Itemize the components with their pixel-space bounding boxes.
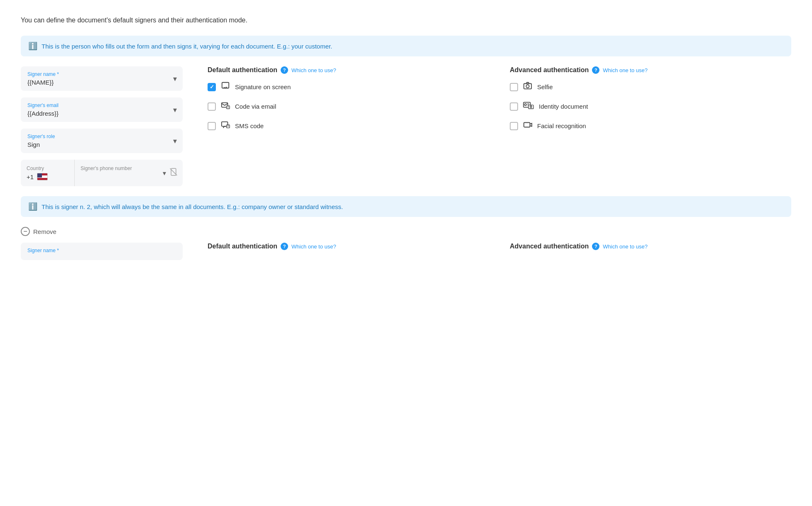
facial-icon <box>523 120 532 131</box>
facial-checkbox[interactable] <box>510 122 518 130</box>
signer2-advanced-auth-column: Advanced authentication ? Which one to u… <box>510 243 791 258</box>
us-flag-icon <box>37 173 48 180</box>
advanced-auth-title: Advanced authentication <box>510 66 589 74</box>
default-auth-which-link[interactable]: Which one to use? <box>291 67 336 73</box>
email-code-icon <box>221 101 230 112</box>
signer-name-value: {{NAME}} <box>27 79 176 86</box>
default-auth-title: Default authentication <box>208 66 277 74</box>
phone-country-value: +1 <box>27 173 68 180</box>
remove-icon: − <box>21 227 30 236</box>
sms-checkbox[interactable] <box>208 122 216 130</box>
signer2-advanced-auth-title: Advanced authentication <box>510 243 589 250</box>
auth-option-email[interactable]: Code via email <box>208 101 489 112</box>
country-code: +1 <box>27 173 34 180</box>
signer2-banner-text: This is signer n. 2, which will always b… <box>42 203 343 210</box>
email-code-label: Code via email <box>235 103 276 110</box>
signer1-fields: Signer name * {{NAME}} ▾ Signer's email … <box>21 66 183 186</box>
identity-label: Identity document <box>539 103 588 110</box>
selfie-checkbox[interactable] <box>510 83 518 91</box>
signer-name-dropdown-icon: ▾ <box>173 74 177 83</box>
default-auth-help-icon[interactable]: ? <box>281 66 288 74</box>
signer2-default-auth-title: Default authentication <box>208 243 277 250</box>
identity-checkbox[interactable] <box>510 102 518 111</box>
phone-number-field[interactable]: Signer's phone number ▾ <box>75 160 183 186</box>
signer-email-label: Signer's email <box>27 102 176 108</box>
signer-role-value: Sign <box>27 141 176 148</box>
signer2-name-label: Signer name * <box>27 248 176 253</box>
signer2-name-field[interactable]: Signer name * <box>21 243 183 260</box>
remove-label: Remove <box>33 228 56 235</box>
sms-icon <box>221 120 230 131</box>
signer-email-field[interactable]: Signer's email {{Address}} ▾ <box>21 97 183 122</box>
svg-point-14 <box>524 104 526 106</box>
signer2-advanced-auth-header: Advanced authentication ? Which one to u… <box>510 243 791 250</box>
phone-country-field[interactable]: Country +1 <box>21 160 75 186</box>
auth-option-signature[interactable]: Signature on screen <box>208 81 489 92</box>
signer2-default-help-icon[interactable]: ? <box>281 243 288 250</box>
default-auth-column: Default authentication ? Which one to us… <box>208 66 489 131</box>
auth-option-facial[interactable]: Facial recognition <box>510 120 791 131</box>
identity-doc-icon <box>523 101 534 112</box>
signer2-fields: Signer name * <box>21 243 183 260</box>
advanced-auth-help-icon[interactable]: ? <box>592 66 599 74</box>
phone-country-label: Country <box>27 165 68 171</box>
default-auth-header: Default authentication ? Which one to us… <box>208 66 489 74</box>
default-auth-options: Signature on screen Code via <box>208 81 489 131</box>
advanced-auth-options: Selfie <box>510 81 791 131</box>
signer-name-field[interactable]: Signer name * {{NAME}} ▾ <box>21 66 183 91</box>
signer1-info-banner: ℹ️ This is the person who fills out the … <box>21 36 791 56</box>
auth-option-identity[interactable]: Identity document <box>510 101 791 112</box>
info-icon-1: ℹ️ <box>28 41 37 51</box>
phone-row: Country +1 Signer's phone number ▾ <box>21 160 183 186</box>
signer2-section: ℹ️ This is signer n. 2, which will alway… <box>21 196 791 260</box>
phone-dropdown-icon: ▾ <box>163 169 166 177</box>
signer-email-value: {{Address}} <box>27 110 176 117</box>
signer2-info-banner: ℹ️ This is signer n. 2, which will alway… <box>21 196 791 217</box>
signer-role-label: Signer's role <box>27 134 176 139</box>
signer-email-dropdown-icon: ▾ <box>173 105 177 114</box>
signature-label: Signature on screen <box>235 83 291 90</box>
svg-point-12 <box>526 85 529 88</box>
signer-name-label: Signer name * <box>27 71 176 77</box>
auth-option-selfie[interactable]: Selfie <box>510 81 791 92</box>
svg-rect-20 <box>524 123 530 127</box>
signer2-auth-section: Default authentication ? Which one to us… <box>208 243 791 258</box>
sms-label: SMS code <box>235 122 264 129</box>
advanced-auth-column: Advanced authentication ? Which one to u… <box>510 66 791 131</box>
signer1-section: Signer name * {{NAME}} ▾ Signer's email … <box>21 66 791 186</box>
signature-icon <box>221 81 230 92</box>
signature-checkbox[interactable] <box>208 83 216 91</box>
signer2-fields-row: Signer name * Default authentication ? W… <box>21 243 791 260</box>
auth-option-sms[interactable]: SMS code <box>208 120 489 131</box>
facial-label: Facial recognition <box>537 122 586 129</box>
advanced-auth-header: Advanced authentication ? Which one to u… <box>510 66 791 74</box>
signer-role-dropdown-icon: ▾ <box>173 136 177 146</box>
signer-role-field[interactable]: Signer's role Sign ▾ <box>21 129 183 153</box>
info-icon-2: ℹ️ <box>28 202 37 211</box>
page-description: You can define the document's default si… <box>21 17 791 24</box>
no-phone-icon <box>169 168 178 178</box>
svg-rect-2 <box>222 83 229 88</box>
selfie-icon <box>523 81 532 92</box>
advanced-auth-which-link[interactable]: Which one to use? <box>603 67 648 73</box>
remove-button[interactable]: − Remove <box>21 227 791 236</box>
email-checkbox[interactable] <box>208 102 216 111</box>
signer2-default-which-link[interactable]: Which one to use? <box>291 243 336 250</box>
signer2-default-auth-column: Default authentication ? Which one to us… <box>208 243 489 258</box>
signer2-default-auth-header: Default authentication ? Which one to us… <box>208 243 489 250</box>
signer1-banner-text: This is the person who fills out the for… <box>42 43 332 50</box>
signer2-advanced-help-icon[interactable]: ? <box>592 243 599 250</box>
selfie-label: Selfie <box>537 83 553 90</box>
signer2-advanced-which-link[interactable]: Which one to use? <box>603 243 648 250</box>
signer1-auth-section: Default authentication ? Which one to us… <box>208 66 791 131</box>
